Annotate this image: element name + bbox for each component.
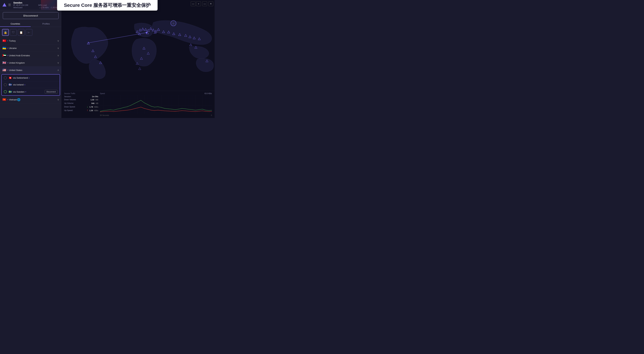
stat-unit-up-volume: KB: [96, 102, 98, 104]
stat-value-up-volume: 946: [92, 102, 94, 104]
server-label-sweden: via Sweden: [13, 90, 24, 93]
speed-chart-svg: [100, 95, 212, 114]
zoom-out-button[interactable]: —: [191, 1, 196, 6]
country-item-uae[interactable]: 🇦🇪 » United Arab Emirates ∨: [0, 52, 62, 59]
stat-label-up-speed: Up Speed:: [64, 109, 73, 111]
tooltip-banner: Secure Core 服务器可增添一重安全保护: [57, 0, 158, 10]
stat-row-down-speed: Down Speed: ↓ 1.78 KB/s: [64, 105, 98, 108]
right-panel: — ✕ — +: [62, 0, 214, 118]
filter-arrow[interactable]: ⊢: [26, 29, 32, 36]
country-list: 🇹🇷 » Turkey ∨ 🇺🇦 » Ukraine ∨ 🇦🇪 » United…: [0, 37, 62, 118]
chevron-us: ∧: [57, 69, 59, 71]
country-label-uae: United Arab Emirates: [9, 54, 30, 57]
stat-unit-up-speed: KB/s: [94, 109, 98, 111]
stat-value-down-speed: 1.78: [90, 106, 93, 108]
filter-row: 🔒 🛡 📋 ⊢: [0, 28, 62, 37]
server-circle-sweden: [4, 90, 7, 93]
server-label-iceland: via Iceland: [13, 83, 24, 86]
stat-unit-down-speed: KB/s: [94, 106, 98, 108]
chart-footer: 60 Seconds 0: [100, 114, 212, 116]
ip-address: IP: 45.87.214.198: [13, 4, 28, 6]
speed-label: Speed: [100, 93, 105, 94]
stat-label-session: Session:: [64, 95, 71, 97]
map-svg: ⌂: [62, 5, 214, 91]
server-arrow-sweden: »: [25, 90, 26, 93]
flag-uk: 🇬🇧: [2, 61, 6, 65]
country-item-turkey[interactable]: 🇹🇷 » Turkey ∨: [0, 37, 62, 44]
globe-icon-vietnam: 🌐: [17, 98, 20, 101]
country-item-us[interactable]: 🇺🇸 » United States ∧: [0, 66, 62, 74]
max-speed-value: 63.0 KB/s: [204, 93, 212, 94]
server-circle-iceland: [4, 83, 7, 86]
country-label-turkey: Turkey: [9, 39, 16, 42]
world-map: ⌂: [62, 5, 214, 91]
down-arrow-icon: ↓: [87, 105, 88, 108]
country-label-us: United States: [9, 69, 22, 71]
stat-row-down-volume: Down Volume: 1.59 MB: [64, 98, 98, 101]
country-label-uk: United Kingdom: [9, 61, 25, 64]
flag-turkey: 🇹🇷: [2, 39, 6, 43]
chart-time-start: 60 Seconds: [100, 114, 109, 116]
stat-row-up-speed: Up Speed: ↑ 1.30 KB/s: [64, 109, 98, 112]
server-item-iceland[interactable]: 🇮🇸 via Iceland »: [2, 81, 60, 88]
flag-iceland: 🇮🇸: [8, 83, 12, 86]
flag-ukraine: 🇺🇦: [2, 46, 6, 50]
stats-chart: Speed 63.0 KB/s 60 Seconds 0: [100, 93, 212, 116]
filter-secure-core[interactable]: 🔒: [2, 29, 9, 36]
zoom-in-button[interactable]: +: [196, 1, 201, 6]
svg-marker-0: [2, 3, 6, 6]
server-item-sweden[interactable]: 🇸🇪 via Sweden » Disconnect: [2, 88, 60, 95]
flag-us: 🇺🇸: [2, 68, 6, 72]
stat-label-down-speed: Down Speed:: [64, 106, 76, 108]
flag-vietnam: 🇻🇳: [2, 98, 6, 101]
stat-label-down-volume: Down Volume:: [64, 99, 76, 101]
flag-switzerland: 🇨🇭: [8, 76, 12, 79]
stat-value-down-volume: 1.59: [90, 99, 94, 101]
flag-sweden: 🇸🇪: [8, 90, 12, 93]
chevron-uae: ∨: [57, 54, 59, 57]
chevron-ukraine: ∨: [57, 47, 59, 49]
stat-row-up-volume: Up Volume: 946 KB: [64, 102, 98, 105]
chevron-uk: ∨: [57, 61, 59, 64]
svg-text:⌂: ⌂: [173, 22, 174, 24]
server-arrow-switzerland: »: [28, 77, 30, 79]
country-item-uk[interactable]: 🇬🇧 » United Kingdom ∨: [0, 59, 62, 66]
country-label-ukraine: Ukraine: [9, 47, 17, 49]
tab-profiles[interactable]: Profiles: [31, 21, 62, 27]
filter-shield[interactable]: 🛡: [10, 29, 17, 36]
stat-value-session: 1m 54s: [92, 95, 98, 97]
stats-info: Session Traffic Session: 1m 54s Down Vol…: [64, 93, 98, 116]
hamburger-menu[interactable]: ☰: [8, 3, 11, 7]
server-circle-switzerland: [4, 76, 7, 79]
close-button[interactable]: ✕: [208, 1, 213, 6]
chevron-vietnam: ∨: [57, 98, 59, 101]
stat-value-up-speed: 1.30: [90, 109, 93, 111]
protocol-text: WireGuard: [13, 6, 22, 8]
chevron-turkey: ∨: [57, 39, 59, 42]
chart-time-end: 0: [211, 114, 212, 116]
country-item-vietnam[interactable]: 🇻🇳 » Vietnam 🌐 ∨: [0, 96, 62, 103]
disconnect-button[interactable]: Disconnect: [3, 12, 59, 19]
country-label-vietnam: Vietnam: [9, 98, 17, 101]
filter-list[interactable]: 📋: [18, 29, 24, 36]
stats-panel: Session Traffic Session: 1m 54s Down Vol…: [62, 91, 214, 118]
us-server-list: 🇨🇭 via Switzerland » 🇮🇸 via Iceland » 🇸🇪…: [1, 74, 60, 96]
window-controls: — ✕: [202, 1, 213, 6]
stat-row-session: Session: 1m 54s: [64, 95, 98, 97]
session-traffic-label: Session Traffic: [64, 93, 98, 94]
tab-countries[interactable]: Countries: [0, 21, 31, 27]
server-arrow-iceland: »: [24, 83, 26, 86]
header: ☰ Sweden IP: 45.87.214.198 64% Load Wire…: [0, 0, 62, 10]
left-panel: ☰ Sweden IP: 45.87.214.198 64% Load Wire…: [0, 0, 62, 118]
up-arrow-icon: ↑: [87, 109, 88, 112]
server-disconnect-button[interactable]: Disconnect: [45, 90, 58, 94]
minimize-button[interactable]: —: [202, 1, 207, 6]
zoom-controls: — +: [191, 1, 201, 6]
server-item-switzerland[interactable]: 🇨🇭 via Switzerland »: [2, 74, 60, 81]
country-item-ukraine[interactable]: 🇺🇦 » Ukraine ∨: [0, 44, 62, 52]
stat-unit-down-volume: MB: [96, 99, 98, 101]
flag-uae: 🇦🇪: [2, 53, 6, 57]
app-logo: [2, 2, 7, 7]
tab-bar: Countries Profiles: [0, 21, 62, 27]
chart-header: Speed 63.0 KB/s: [100, 93, 212, 94]
